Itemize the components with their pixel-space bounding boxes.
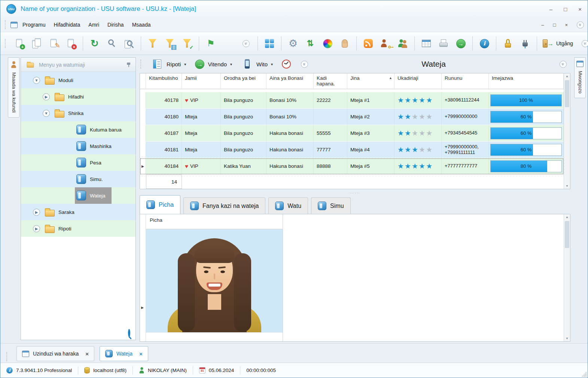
table-row-40187[interactable]: 40187MtejaBila punguzoHakuna bonasi55555…: [140, 125, 564, 142]
pin-icon[interactable]: [126, 62, 131, 67]
photo-panel-scrollbar[interactable]: ▲ ▼: [564, 214, 570, 341]
timer-clock-icon[interactable]: [279, 56, 294, 72]
column-header-orodha-ya-bei[interactable]: Orodha ya bei: [221, 73, 266, 89]
toolbar-grip[interactable]: [5, 39, 7, 48]
exit-icon[interactable]: →Utgång: [541, 35, 573, 52]
column-header-jina[interactable]: Jina▲: [347, 73, 394, 89]
column-header-jamii[interactable]: Jamii: [182, 73, 221, 89]
expander-icon[interactable]: ▼: [43, 110, 50, 117]
tree-item-shirika[interactable]: ▼Shirika: [21, 105, 135, 121]
search-icon[interactable]: [104, 35, 119, 52]
about-info-icon[interactable]: i: [477, 35, 492, 52]
expander-icon[interactable]: ▶: [33, 225, 40, 232]
flag-icon[interactable]: ⚑: [203, 35, 218, 52]
bottom-tabs-grip[interactable]: [6, 352, 8, 361]
bottom-tab-uzinduzi-wa-haraka[interactable]: Uzinduzi wa haraka×: [16, 346, 94, 361]
connection-icon[interactable]: [518, 35, 533, 52]
menubar-overflow-icon[interactable]: »: [577, 21, 584, 28]
print-icon[interactable]: [436, 35, 451, 52]
refresh-icon[interactable]: ↻: [87, 35, 102, 52]
table-scrollbar[interactable]: ▲▼: [564, 73, 570, 189]
splitter-handle[interactable]: ......: [140, 189, 570, 194]
resize-grip[interactable]: [581, 371, 587, 377]
grid-toolbar-overflow-icon[interactable]: »: [297, 56, 312, 72]
column-header-ukadiriaji[interactable]: Ukadiriaji: [394, 73, 442, 89]
close-button[interactable]: ×: [578, 6, 582, 12]
filter-icon[interactable]: [145, 35, 160, 52]
settings-gear-icon[interactable]: ⚙: [286, 35, 301, 52]
overflow-chevron-icon[interactable]: »: [238, 35, 253, 52]
ripoti-button[interactable]: Ripoti▾: [148, 57, 189, 72]
module-icon: [105, 350, 113, 357]
detail-tab-watu[interactable]: Watu: [268, 197, 308, 214]
grid-view-icon[interactable]: [262, 35, 277, 52]
child-close-button[interactable]: ×: [565, 22, 568, 28]
bottom-tab-wateja[interactable]: Wateja×: [100, 346, 148, 361]
tree-item-kutuma-barua[interactable]: Kutuma barua: [21, 121, 135, 138]
panel-collapse-icon[interactable]: »: [555, 56, 570, 72]
column-header-kadi-hapana[interactable]: Kadi hapana.: [314, 73, 347, 89]
tree-item-simu[interactable]: Simu.: [21, 171, 135, 187]
maximize-button[interactable]: □: [564, 6, 567, 12]
menu-amri[interactable]: Amri: [84, 20, 103, 30]
tab-close-icon[interactable]: ×: [139, 351, 143, 357]
lock-icon[interactable]: [500, 35, 515, 52]
menu-msaada[interactable]: Msaada: [128, 20, 155, 30]
menubar-grip[interactable]: [5, 20, 7, 29]
column-header-kitambulisho[interactable]: Kitambulisho: [146, 73, 182, 89]
tab-close-icon[interactable]: ×: [85, 351, 89, 357]
filter-apply-icon[interactable]: ✓: [180, 35, 195, 52]
menu-programu[interactable]: Programu: [18, 20, 49, 30]
tree-item-mashirika[interactable]: Mashirika: [21, 138, 135, 154]
child-minimize-button[interactable]: –: [541, 22, 544, 28]
table-row-40181[interactable]: 40181MtejaBila punguzoHakuna bonasi77777…: [140, 142, 564, 158]
minimize-button[interactable]: –: [549, 6, 552, 12]
column-header-aina-ya-bonasi[interactable]: Aina ya Bonasi: [266, 73, 314, 89]
filter-columns-icon[interactable]: [162, 35, 177, 52]
column-header-rununu[interactable]: Rununu: [442, 73, 489, 89]
column-header-imejazwa[interactable]: Imejazwa: [489, 73, 564, 89]
status-info-icon[interactable]: i: [6, 367, 13, 374]
child-restore-button[interactable]: □: [553, 22, 556, 28]
table-row-40184[interactable]: ▶40184♥VIPKatika YuanHakuna bonasi88888M…: [140, 158, 564, 175]
photo-column-header[interactable]: Picha: [146, 214, 283, 229]
import-export-icon[interactable]: ⇅: [303, 35, 318, 52]
detail-tab-simu[interactable]: Simu: [311, 197, 350, 214]
detail-tab-picha[interactable]: Picha: [140, 195, 180, 214]
add-record-icon[interactable]: +: [12, 35, 27, 52]
tree-item-wateja[interactable]: Wateja: [21, 187, 135, 204]
delete-record-icon[interactable]: ×: [64, 35, 79, 52]
detail-tab-fanya-kazi-na-wateja[interactable]: Fanya kazi na wateja: [183, 197, 265, 214]
tree-item-hifadhi[interactable]: ▶Hifadhi: [21, 88, 135, 105]
expander-icon[interactable]: ▶: [43, 93, 50, 100]
table-row-40180[interactable]: 40180MtejaBila punguzoBonasi 10%Mteja #2…: [140, 109, 564, 125]
copy-record-icon[interactable]: [29, 35, 44, 52]
color-scheme-icon[interactable]: [320, 35, 335, 52]
child-window-icon[interactable]: [10, 22, 18, 28]
export-table-icon[interactable]: [419, 35, 434, 52]
menu-dirisha[interactable]: Dirisha: [103, 20, 128, 30]
wito-button[interactable]: Wito▾: [238, 57, 276, 72]
tree-item-saraka[interactable]: ▶Saraka: [21, 204, 135, 220]
expander-icon[interactable]: ▼: [33, 77, 40, 84]
expander-icon[interactable]: ▶: [33, 209, 40, 216]
edit-record-icon[interactable]: ✎: [46, 35, 61, 52]
pan-hand-icon[interactable]: [337, 35, 352, 52]
tree-item-pesa[interactable]: Pesa: [21, 154, 135, 171]
go-forward-icon[interactable]: →: [453, 35, 468, 52]
tree-item-ripoti[interactable]: ▶Ripoti: [21, 220, 135, 237]
menu-hifadhidata[interactable]: Hifadhidata: [49, 20, 84, 30]
news-rss-icon[interactable]: [361, 35, 376, 52]
access-rights-icon[interactable]: [378, 35, 393, 52]
advanced-search-icon[interactable]: [122, 35, 137, 52]
vitendo-button[interactable]: →Vitendo▾: [192, 58, 235, 70]
grid-toolbar-grip[interactable]: [140, 60, 142, 69]
manual-side-tab[interactable]: Mwongozo: [574, 57, 586, 98]
customer-photo[interactable]: [146, 229, 283, 332]
sidebar-search-icon[interactable]: [128, 330, 130, 336]
training-help-side-tab[interactable]: Msaada wa kufundi: [8, 57, 19, 118]
employees-icon[interactable]: [395, 35, 410, 52]
table-row-40178[interactable]: 40178♥VIPBila punguzoBonasi 10%22222Mtej…: [140, 92, 564, 109]
toolbar-overflow-icon[interactable]: »: [578, 35, 588, 52]
tree-item-moduli[interactable]: ▼Moduli: [21, 72, 135, 88]
